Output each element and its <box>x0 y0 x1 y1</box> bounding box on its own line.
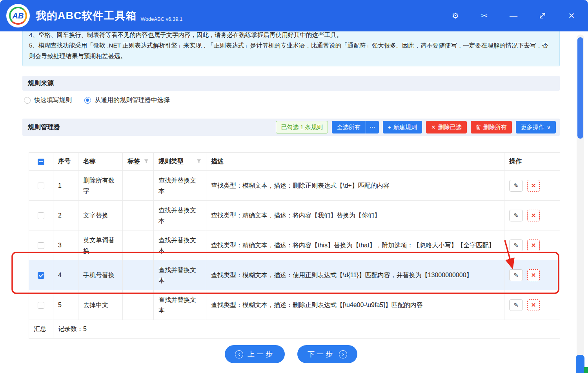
table-row: 5 去掉中文 查找并替换文本 查找类型：模糊文本，描述：删除正则表达式【[\u4… <box>29 290 560 320</box>
edit-rule-button[interactable]: ✎ <box>509 180 523 192</box>
rule-name: 去掉中文 <box>78 290 123 320</box>
row-checkbox[interactable] <box>38 212 44 219</box>
radio-label: 从通用的规则管理器中选择 <box>95 96 170 104</box>
rule-desc: 查找类型：模糊文本，描述：删除正则表达式【\d+】匹配的内容 <box>206 171 504 201</box>
rule-type: 查找并替换文本 <box>154 290 206 320</box>
titlebar-controls: ⚙ ✂ — ✕ <box>451 12 576 20</box>
col-header-tag: 标签 <box>127 157 140 166</box>
rule-tag <box>123 201 154 230</box>
col-header-type: 规则类型 <box>158 157 184 166</box>
next-step-button[interactable]: 下一步 › <box>297 345 357 363</box>
row-index: 5 <box>53 290 78 320</box>
pencil-icon: ✎ <box>513 182 519 189</box>
notice-box: 4、空格、回车换行、制表符等看不见的内容也属于文字内容，因此，请务必在熟练掌握后… <box>22 31 560 66</box>
titlebar: AB 我的ABC软件工具箱 WodeABC v6.39.1 ⚙ ✂ — ✕ <box>0 0 588 31</box>
row-index: 4 <box>53 260 78 290</box>
summary-label: 汇总 <box>29 320 53 339</box>
x-icon: ✕ <box>431 124 436 130</box>
delete-rule-button[interactable]: ✕ <box>527 299 540 311</box>
chevron-down-icon: ∨ <box>547 124 551 130</box>
close-icon[interactable]: ✕ <box>567 12 576 20</box>
row-checkbox[interactable] <box>38 183 44 189</box>
x-icon: ✕ <box>531 242 536 249</box>
app-version: WodeABC v6.39.1 <box>141 16 183 22</box>
row-index: 2 <box>53 201 78 230</box>
next-step-label: 下一步 <box>308 349 335 359</box>
notice-line-1: 4、空格、回车换行、制表符等看不见的内容也属于文字内容，因此，请务必在熟练掌握后… <box>29 31 553 40</box>
scrollbar-track[interactable] <box>577 35 584 373</box>
app-window: AB 我的ABC软件工具箱 WodeABC v6.39.1 ⚙ ✂ — ✕ 4、… <box>0 0 588 373</box>
rule-type: 查找并替换文本 <box>154 260 206 290</box>
plus-icon: + <box>388 124 391 130</box>
select-all-split-button: 全选所有 ⋯ <box>332 121 379 133</box>
radio-icon[interactable] <box>24 97 31 104</box>
x-icon: ✕ <box>531 302 536 309</box>
scissors-icon[interactable]: ✂ <box>480 12 489 20</box>
select-all-button[interactable]: 全选所有 <box>332 121 366 133</box>
row-index: 1 <box>53 171 78 201</box>
more-actions-button[interactable]: 更多操作 ∨ <box>516 121 556 133</box>
rule-manager-title: 规则管理器 <box>28 123 60 132</box>
prev-step-button[interactable]: ‹ 上一步 <box>225 345 285 363</box>
app-logo: AB <box>6 4 30 27</box>
table-summary-row: 汇总 记录数：5 <box>29 320 560 339</box>
notice-line-2: 5、模糊查找功能采用「微软 .NET 正则表达式解析引擎」来实现，「正则表达式」… <box>29 40 553 61</box>
circle-left-arrow-icon: ‹ <box>235 350 243 358</box>
radio-from-manager[interactable]: 从通用的规则管理器中选择 <box>84 96 170 104</box>
rules-table-wrap: 序号 名称 标签 规则类型 <box>29 152 560 339</box>
radio-icon[interactable] <box>84 97 91 104</box>
rule-tag <box>123 290 154 320</box>
rule-name: 删除所有数字 <box>78 171 123 201</box>
rule-type: 查找并替换文本 <box>154 230 206 260</box>
new-rule-label: 新建规则 <box>393 124 417 131</box>
radio-label: 快速填写规则 <box>34 96 72 104</box>
select-all-more-button[interactable]: ⋯ <box>366 121 379 133</box>
row-checkbox[interactable] <box>38 242 44 249</box>
scroll-bottom-button[interactable] <box>576 355 584 373</box>
rule-tag <box>123 171 154 201</box>
row-checkbox[interactable] <box>38 302 44 309</box>
delete-all-label: 删除所有 <box>483 124 507 131</box>
row-checkbox[interactable] <box>38 272 44 279</box>
manager-toolbar: 已勾选 1 条规则 全选所有 ⋯ + 新建规则 ✕ 删除已选 删 <box>276 121 556 133</box>
pencil-icon: ✎ <box>513 212 519 219</box>
circle-right-arrow-icon: › <box>339 350 347 358</box>
rule-desc: 查找类型：模糊文本，描述：使用正则表达式【\d{11}】匹配内容，并替换为【13… <box>206 260 504 290</box>
delete-selected-button[interactable]: ✕ 删除已选 <box>426 121 467 133</box>
app-title: 我的ABC软件工具箱 <box>36 9 137 23</box>
delete-selected-label: 删除已选 <box>438 124 462 131</box>
settings-gear-icon[interactable]: ⚙ <box>451 12 460 20</box>
delete-rule-button[interactable]: ✕ <box>527 240 540 251</box>
x-icon: ✕ <box>531 272 536 279</box>
filter-funnel-icon[interactable] <box>144 158 149 165</box>
minimize-icon[interactable]: — <box>509 12 518 20</box>
trash-icon <box>476 124 481 130</box>
edit-rule-button[interactable]: ✎ <box>509 269 523 281</box>
rule-desc: 查找类型：精确文本，描述：将内容【this】替换为【that】，附加选项：【忽略… <box>206 230 504 260</box>
delete-rule-button[interactable]: ✕ <box>527 180 540 192</box>
edit-rule-button[interactable]: ✎ <box>509 240 523 251</box>
delete-rule-button[interactable]: ✕ <box>527 210 540 221</box>
more-actions-label: 更多操作 <box>521 124 544 131</box>
corner-resize-grip <box>584 367 588 373</box>
pencil-icon: ✎ <box>513 242 519 249</box>
scrollbar-thumb[interactable] <box>577 37 583 139</box>
prev-step-label: 上一步 <box>248 349 275 359</box>
x-icon: ✕ <box>531 182 536 189</box>
rule-source-options: 快速填写规则 从通用的规则管理器中选择 <box>22 91 560 110</box>
summary-record-count: 记录数：5 <box>53 320 560 339</box>
radio-quick-fill[interactable]: 快速填写规则 <box>24 96 72 104</box>
edit-rule-button[interactable]: ✎ <box>509 299 523 311</box>
edit-rule-button[interactable]: ✎ <box>509 210 523 221</box>
rule-manager-header: 规则管理器 已勾选 1 条规则 全选所有 ⋯ + 新建规则 ✕ 删除已选 <box>22 119 560 136</box>
delete-rule-button[interactable]: ✕ <box>527 269 540 281</box>
filter-funnel-icon[interactable] <box>197 158 201 165</box>
col-header-actions: 操作 <box>504 153 560 171</box>
resize-icon[interactable] <box>538 12 547 20</box>
rule-tag <box>123 260 154 290</box>
delete-all-button[interactable]: 删除所有 <box>471 121 512 133</box>
new-rule-button[interactable]: + 新建规则 <box>383 121 422 133</box>
row-index: 3 <box>53 230 78 260</box>
rule-type: 查找并替换文本 <box>154 171 206 201</box>
select-all-checkbox[interactable] <box>38 159 44 165</box>
